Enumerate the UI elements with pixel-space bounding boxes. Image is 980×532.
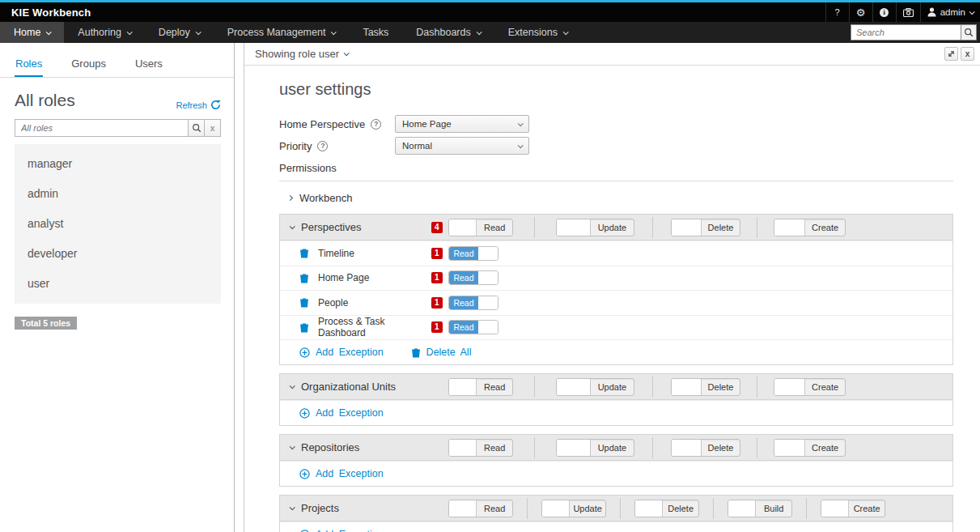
nav-item-home[interactable]: Home bbox=[0, 22, 64, 43]
roles-header-row: All roles Refresh bbox=[15, 91, 221, 110]
apps-button[interactable] bbox=[896, 2, 920, 22]
trash-icon[interactable] bbox=[299, 322, 309, 333]
help-icon[interactable]: ? bbox=[317, 141, 328, 151]
column-separator bbox=[534, 217, 535, 238]
nav-item-extensions[interactable]: Extensions bbox=[494, 22, 581, 43]
nav-item-authoring[interactable]: Authoring bbox=[64, 22, 145, 43]
about-button[interactable]: i bbox=[872, 2, 896, 22]
chevron-right-icon bbox=[287, 195, 293, 201]
permission-columns: 4 Read Update bbox=[431, 217, 943, 238]
list-item-role-user[interactable]: user bbox=[15, 269, 221, 299]
section-organizational-units: Organizational Units Read Update bbox=[279, 373, 953, 426]
create-toggle[interactable]: Create bbox=[821, 500, 885, 517]
read-toggle[interactable]: Read bbox=[448, 219, 513, 236]
global-search-button[interactable] bbox=[961, 24, 977, 40]
help-button[interactable]: ? bbox=[825, 2, 849, 22]
nav-item-dashboards[interactable]: Dashboards bbox=[402, 22, 494, 43]
exception-count-badge: 4 bbox=[431, 222, 443, 233]
panel-title-dropdown[interactable]: Showing role user bbox=[255, 48, 348, 60]
trash-icon[interactable] bbox=[299, 297, 309, 308]
tab-users[interactable]: Users bbox=[134, 54, 163, 77]
settings-button[interactable]: ⚙ bbox=[849, 2, 872, 22]
trash-icon[interactable] bbox=[299, 273, 309, 283]
perspectives-links-row: Add Exception Delete All bbox=[280, 339, 952, 364]
security-explorer-sidebar: Roles Groups Users All roles Refresh bbox=[0, 43, 235, 532]
global-search-input[interactable] bbox=[851, 24, 961, 40]
tab-groups[interactable]: Groups bbox=[70, 54, 107, 77]
section-projects-toggle[interactable]: Projects bbox=[290, 502, 431, 514]
list-item-role-admin[interactable]: admin bbox=[15, 179, 221, 209]
roles-search-button[interactable] bbox=[189, 119, 205, 137]
exception-row-people: People 1 Read bbox=[280, 290, 952, 315]
toggle-knob bbox=[478, 271, 498, 284]
delete-toggle[interactable]: Delete bbox=[634, 500, 699, 517]
home-perspective-select[interactable]: Home Page bbox=[395, 115, 529, 133]
toggle-label: Update bbox=[591, 219, 634, 236]
update-toggle[interactable]: Update bbox=[541, 500, 606, 517]
column-separator bbox=[713, 498, 714, 519]
delete-toggle[interactable]: Delete bbox=[671, 219, 740, 236]
list-item-role-analyst[interactable]: analyst bbox=[15, 209, 221, 239]
field-label: Priority bbox=[279, 140, 312, 152]
user-menu[interactable]: admin bbox=[920, 2, 980, 22]
permission-columns: 1 Read bbox=[431, 320, 943, 334]
main-navbar: Home Authoring Deploy Process Management… bbox=[0, 22, 980, 43]
list-item-role-developer[interactable]: developer bbox=[15, 239, 221, 269]
toggle-knob bbox=[557, 379, 591, 395]
read-toggle-on[interactable]: Read bbox=[448, 270, 498, 285]
section-repositories: Repositories Read Update bbox=[279, 434, 953, 487]
read-toggle[interactable]: Read bbox=[448, 500, 513, 517]
read-toggle-on[interactable]: Read bbox=[448, 320, 498, 334]
section-repositories-header: Repositories Read Update bbox=[280, 435, 952, 461]
toggle-label: Delete bbox=[702, 219, 740, 236]
list-item-role-manager[interactable]: manager bbox=[15, 149, 221, 179]
selected-value: Normal bbox=[402, 141, 432, 151]
toggle-knob bbox=[728, 500, 756, 517]
create-toggle[interactable]: Create bbox=[774, 378, 846, 396]
create-toggle[interactable]: Create bbox=[774, 439, 846, 457]
read-toggle-on[interactable]: Read bbox=[448, 296, 498, 310]
tab-roles[interactable]: Roles bbox=[15, 54, 43, 77]
trash-icon[interactable] bbox=[299, 248, 309, 258]
delete-toggle[interactable]: Delete bbox=[671, 378, 740, 396]
exception-row-process-task-dashboard: Process & Task Dashboard 1 Read bbox=[280, 315, 952, 340]
nav-item-tasks[interactable]: Tasks bbox=[349, 22, 402, 43]
nav-item-deploy[interactable]: Deploy bbox=[145, 22, 214, 43]
toggle-knob bbox=[557, 219, 591, 236]
update-toggle[interactable]: Update bbox=[556, 439, 634, 457]
help-icon[interactable]: ? bbox=[371, 119, 381, 130]
add-exception-link[interactable]: Add Exception bbox=[299, 468, 384, 479]
update-toggle[interactable]: Update bbox=[556, 219, 634, 236]
read-toggle-on[interactable]: Read bbox=[448, 246, 498, 261]
roles-search-clear-button[interactable]: x bbox=[205, 119, 221, 137]
maximize-button[interactable] bbox=[944, 47, 958, 61]
section-perspectives-toggle[interactable]: Perspectives bbox=[290, 221, 431, 233]
panel-gap bbox=[235, 43, 244, 532]
roles-search-input[interactable] bbox=[15, 119, 189, 137]
read-toggle[interactable]: Read bbox=[448, 378, 513, 396]
toggle-label: Delete bbox=[702, 379, 740, 395]
section-projects-header: Projects Read Update bbox=[280, 496, 952, 521]
column-separator bbox=[652, 377, 653, 398]
delete-toggle[interactable]: Delete bbox=[671, 439, 740, 457]
create-toggle[interactable]: Create bbox=[774, 219, 846, 236]
update-toggle[interactable]: Update bbox=[556, 378, 634, 396]
chevron-down-icon bbox=[127, 29, 133, 35]
add-exception-link[interactable]: Add Exception bbox=[299, 347, 384, 358]
build-toggle[interactable]: Build bbox=[728, 500, 792, 517]
workbench-tree-node[interactable]: Workbench bbox=[279, 181, 953, 214]
section-repositories-toggle[interactable]: Repositories bbox=[290, 441, 431, 453]
priority-select[interactable]: Normal bbox=[395, 137, 529, 155]
add-exception-link[interactable]: Add Exception bbox=[299, 529, 384, 532]
add-exception-link[interactable]: Add Exception bbox=[299, 407, 384, 419]
refresh-button[interactable]: Refresh bbox=[176, 100, 221, 110]
read-toggle[interactable]: Read bbox=[448, 439, 513, 457]
delete-all-link[interactable]: Delete All bbox=[411, 347, 472, 358]
permission-count-badge: 1 bbox=[431, 321, 443, 333]
nav-item-process-management[interactable]: Process Management bbox=[214, 22, 350, 43]
trash-icon bbox=[411, 347, 421, 358]
nav-label: Home bbox=[14, 27, 40, 38]
chevron-down-icon bbox=[290, 223, 295, 229]
close-button[interactable]: x bbox=[961, 47, 974, 61]
section-organizational-units-toggle[interactable]: Organizational Units bbox=[290, 381, 431, 393]
